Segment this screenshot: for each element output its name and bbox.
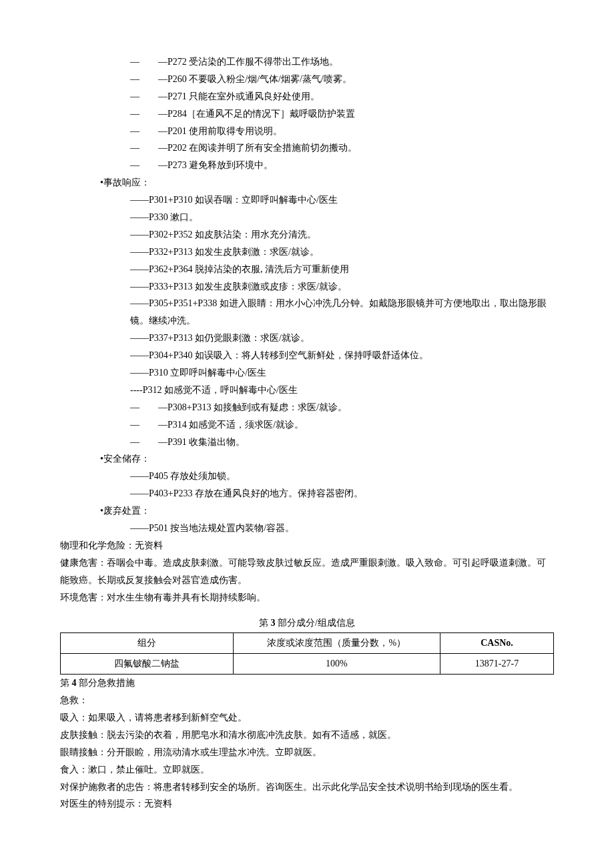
response-item: — —P391 收集溢出物。 — [60, 434, 554, 451]
cell-concentration: 100% — [233, 654, 440, 675]
storage-title: •安全储存： — [60, 450, 554, 468]
col-cas: CASNo. — [440, 633, 554, 654]
response-item: ——P301+P310 如误吞咽：立即呼叫解毒中心/医生 — [60, 191, 554, 209]
col-component: 组分 — [61, 633, 234, 654]
storage-item: ——P403+P233 存放在通风良好的地方。保持容器密闭。 — [60, 485, 554, 502]
first-aid-line: 眼睛接触：分开眼睑，用流动清水或生理盐水冲洗。立即就医。 — [60, 744, 554, 761]
response-list: ——P301+P310 如误吞咽：立即呼叫解毒中心/医生 ——P330 漱口。 … — [60, 191, 554, 450]
response-item: ——P310 立即呼叫解毒中心/医生 — [60, 364, 554, 382]
first-aid-line: 急救： — [60, 692, 554, 709]
response-item: ——P330 漱口。 — [60, 209, 554, 226]
response-item: ——P332+P313 如发生皮肤刺激：求医/就诊。 — [60, 244, 554, 261]
first-aid-line: 对医生的特别提示：无资料 — [60, 795, 554, 813]
first-aid-line: 皮肤接触：脱去污染的衣着，用肥皂水和清水彻底冲洗皮肤。如有不适感，就医。 — [60, 727, 554, 744]
response-item: ——P337+P313 如仍觉眼刺激：求医/就诊。 — [60, 330, 554, 347]
prevention-item: — —P273 避免释放到环境中。 — [60, 157, 554, 174]
phys-chem-hazard: 物理和化学危险：无资料 — [60, 537, 554, 554]
disposal-item: ——P501 按当地法规处置内装物/容器。 — [60, 520, 554, 537]
response-item: — —P308+P313 如接触到或有疑虑：求医/就诊。 — [60, 399, 554, 416]
composition-table: 组分 浓度或浓度范围（质量分数，%） CASNo. 四氟铍酸二钠盐 100% 1… — [60, 632, 554, 675]
prevention-item: — —P260 不要吸入粉尘/烟/气体/烟雾/蒸气/喷雾。 — [60, 71, 554, 88]
section-3-suffix: 部分成分/组成信息 — [276, 618, 355, 628]
first-aid-line: 吸入：如果吸入，请将患者移到新鲜空气处。 — [60, 709, 554, 727]
section-4-title: 第 4 部分急救措施 — [60, 675, 554, 692]
prevention-item: — —P201 使用前取得专用说明。 — [60, 123, 554, 140]
cell-component: 四氟铍酸二钠盐 — [61, 654, 234, 675]
col-concentration: 浓度或浓度范围（质量分数，%） — [233, 633, 440, 654]
section-3-num: 3 — [271, 618, 276, 628]
table-header-row: 组分 浓度或浓度范围（质量分数，%） CASNo. — [61, 633, 554, 654]
disposal-title: •废弃处置： — [60, 502, 554, 520]
first-aid-line: 对保护施救者的忠告：将患者转移到安全的场所。咨询医生。出示此化学品安全技术说明书… — [60, 779, 554, 796]
health-hazard: 健康危害：吞咽会中毒。造成皮肤刺激。可能导致皮肤过敏反应。造成严重眼刺激。吸入致… — [60, 554, 554, 589]
response-item: ——P333+P313 如发生皮肤刺激或皮疹：求医/就诊。 — [60, 278, 554, 296]
cell-cas: 13871-27-7 — [440, 654, 554, 675]
section-4-num: 4 — [72, 678, 77, 688]
prevention-item: — —P272 受沾染的工作服不得带出工作场地。 — [60, 53, 554, 71]
first-aid-line: 食入：漱口，禁止催吐。立即就医。 — [60, 761, 554, 779]
response-item: ——P304+P340 如误吸入：将人转移到空气新鲜处，保持呼吸舒适体位。 — [60, 347, 554, 364]
env-hazard: 环境危害：对水生生物有毒并具有长期持续影响。 — [60, 589, 554, 606]
response-item: — —P314 如感觉不适，须求医/就诊。 — [60, 416, 554, 434]
section-4-prefix: 第 — [60, 678, 72, 688]
prevention-item: — —P271 只能在室外或通风良好处使用。 — [60, 88, 554, 105]
section-3-prefix: 第 — [259, 618, 271, 628]
response-item: ——P302+P352 如皮肤沾染：用水充分清洗。 — [60, 226, 554, 244]
section-3-title: 第 3 部分成分/组成信息 — [60, 614, 554, 632]
section-4-suffix: 部分急救措施 — [77, 678, 135, 688]
storage-item: ——P405 存放处须加锁。 — [60, 468, 554, 485]
storage-list: ——P405 存放处须加锁。 ——P403+P233 存放在通风良好的地方。保持… — [60, 468, 554, 502]
response-item: ——P362+P364 脱掉沾染的衣服, 清洗后方可重新使用 — [60, 261, 554, 278]
prevention-list: — —P272 受沾染的工作服不得带出工作场地。 — —P260 不要吸入粉尘/… — [60, 53, 554, 174]
prevention-item: — —P202 在阅读并明了所有安全措施前切勿搬动。 — [60, 139, 554, 157]
disposal-list: ——P501 按当地法规处置内装物/容器。 — [60, 520, 554, 537]
table-row: 四氟铍酸二钠盐 100% 13871-27-7 — [61, 654, 554, 675]
response-title: •事故响应： — [60, 174, 554, 191]
response-item: ——P305+P351+P338 如进入眼睛：用水小心冲洗几分钟。如戴隐形眼镜并… — [60, 295, 554, 330]
first-aid-list: 急救： 吸入：如果吸入，请将患者移到新鲜空气处。 皮肤接触：脱去污染的衣着，用肥… — [60, 692, 554, 813]
prevention-item: — —P284［在通风不足的情况下］戴呼吸防护装置 — [60, 105, 554, 123]
response-item: ----P312 如感觉不适，呼叫解毒中心/医生 — [60, 382, 554, 399]
